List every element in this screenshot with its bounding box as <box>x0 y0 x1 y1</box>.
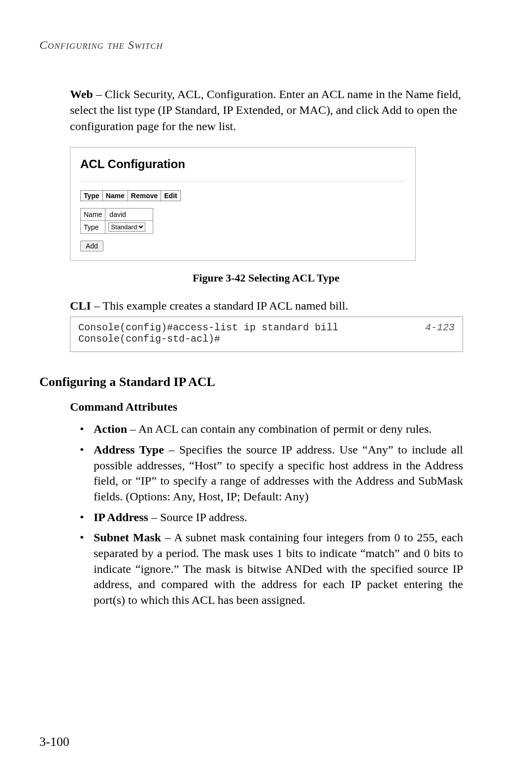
col-type: Type <box>81 191 103 201</box>
intro-lead-text: – Click Security, ACL, Configuration. En… <box>70 88 461 133</box>
command-attributes-list: Action – An ACL can contain any combinat… <box>80 422 463 608</box>
bullet-address-type: Address Type – Specifies the source IP a… <box>80 442 463 505</box>
type-field-label: Type <box>81 221 105 234</box>
bullet-text: – Source IP address. <box>148 511 247 524</box>
figure-caption: Figure 3-42 Selecting ACL Type <box>39 272 493 284</box>
acl-form-table: Name Type Standard <box>80 208 153 234</box>
cli-lead-label: CLI <box>70 299 91 312</box>
cli-ref: 4-123 <box>425 322 455 333</box>
type-select[interactable]: Standard <box>108 222 145 232</box>
col-remove: Remove <box>128 191 161 201</box>
page-header: Configuring the Switch <box>39 38 493 52</box>
bullet-term: IP Address <box>94 511 148 524</box>
acl-config-title: ACL Configuration <box>80 157 405 171</box>
bullet-term: Address Type <box>94 443 164 456</box>
page-number: 3-100 <box>39 735 69 749</box>
bullet-term: Action <box>94 422 127 435</box>
section-heading: Configuring a Standard IP ACL <box>39 375 493 389</box>
cli-line2: Console(config-std-acl)# <box>78 333 220 345</box>
name-input[interactable] <box>108 210 150 219</box>
col-name: Name <box>102 191 128 201</box>
acl-config-screenshot: ACL Configuration Type Name Remove Edit … <box>70 147 416 261</box>
intro-paragraph: Web – Click Security, ACL, Configuration… <box>70 86 468 134</box>
intro-lead-label: Web <box>70 88 93 101</box>
cli-paragraph: CLI – This example creates a standard IP… <box>70 299 493 313</box>
cli-lead-text: – This example creates a standard IP ACL… <box>91 299 348 312</box>
bullet-term: Subnet Mask <box>94 531 161 544</box>
cli-box: Console(config)#access-list ip standard … <box>70 317 463 352</box>
bullet-text: – An ACL can contain any combination of … <box>127 422 432 435</box>
acl-columns-row: Type Name Remove Edit <box>80 190 181 201</box>
add-button[interactable]: Add <box>80 241 103 251</box>
cli-line1: Console(config)#access-list ip standard … <box>78 322 338 333</box>
bullet-action: Action – An ACL can contain any combinat… <box>80 422 463 437</box>
bullet-subnet-mask: Subnet Mask – A subnet mask containing f… <box>80 530 463 608</box>
divider <box>80 181 405 181</box>
name-field-label: Name <box>81 209 105 221</box>
col-edit: Edit <box>161 191 180 201</box>
bullet-ip-address: IP Address – Source IP address. <box>80 510 463 526</box>
subsection-heading: Command Attributes <box>70 400 493 414</box>
